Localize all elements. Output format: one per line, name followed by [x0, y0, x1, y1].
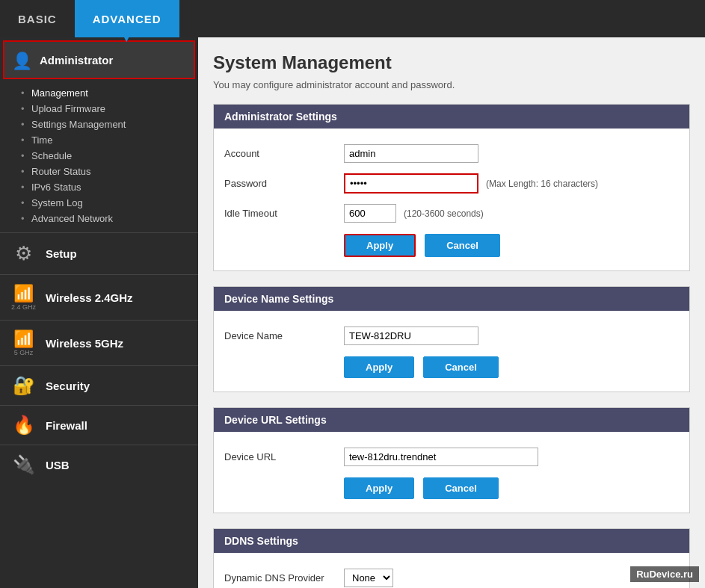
- setup-label: Setup: [46, 247, 77, 260]
- admin-apply-button[interactable]: Apply: [344, 234, 416, 257]
- sidebar-firewall[interactable]: 🔥 Firewall: [0, 405, 198, 445]
- device-name-row: Device Name: [224, 321, 679, 350]
- sidebar-wireless-5[interactable]: 📶 5 GHz Wireless 5GHz: [0, 320, 198, 365]
- sidebar-sub-system-log[interactable]: System Log: [21, 195, 198, 211]
- admin-icon: [12, 48, 32, 72]
- sidebar-wireless-24[interactable]: 📶 2.4 GHz Wireless 2.4GHz: [0, 274, 198, 320]
- advanced-nav-button[interactable]: ADVANCED: [75, 0, 179, 37]
- admin-btn-row: Apply Cancel: [224, 228, 679, 260]
- basic-nav-button[interactable]: BASIC: [0, 0, 75, 37]
- admin-settings-section: Administrator Settings Account Password …: [213, 104, 690, 271]
- sidebar-sub-settings-management[interactable]: Settings Management: [21, 117, 198, 132]
- ddns-provider-label: Dynamic DNS Provider: [224, 572, 344, 584]
- wifi-5-sublabel: 5 GHz: [14, 349, 34, 356]
- admin-settings-body: Account Password (Max Length: 16 charact…: [214, 129, 689, 270]
- idle-timeout-row: Idle Timeout (120-3600 seconds): [224, 199, 679, 228]
- ddns-provider-row: Dynamic DNS Provider None: [224, 563, 679, 588]
- page-description: You may configure administrator account …: [213, 79, 690, 90]
- ddns-provider-select[interactable]: None: [344, 569, 393, 587]
- account-input[interactable]: [344, 144, 478, 163]
- wireless-5-icon-area: 📶 5 GHz: [10, 329, 37, 356]
- account-row: Account: [224, 139, 679, 168]
- device-url-input[interactable]: [344, 448, 538, 466]
- wireless-24-label: Wireless 2.4GHz: [46, 291, 133, 304]
- device-url-header: Device URL Settings: [214, 408, 689, 432]
- wifi-24-icon: 📶: [13, 284, 34, 303]
- sidebar-sub-router-status[interactable]: Router Status: [21, 164, 198, 179]
- main-layout: Administrator Management Upload Firmware…: [0, 37, 705, 588]
- admin-cancel-button[interactable]: Cancel: [425, 234, 500, 257]
- firewall-label: Firewall: [46, 419, 87, 432]
- device-name-label: Device Name: [224, 330, 344, 341]
- device-name-cancel-button[interactable]: Cancel: [423, 356, 499, 378]
- ddns-header: DDNS Settings: [214, 529, 689, 553]
- sidebar-sub-time[interactable]: Time: [21, 132, 198, 148]
- password-hint: (Max Length: 16 characters): [486, 179, 598, 189]
- device-name-btn-row: Apply Cancel: [224, 350, 679, 381]
- sidebar-sub-ipv6-status[interactable]: IPv6 Status: [21, 179, 198, 195]
- usb-icon: 🔌: [10, 454, 37, 475]
- content-area: System Management You may configure admi…: [198, 37, 705, 588]
- device-name-apply-button[interactable]: Apply: [344, 356, 414, 378]
- sidebar-sub-advanced-network[interactable]: Advanced Network: [21, 211, 198, 226]
- device-name-header: Device Name Settings: [214, 287, 689, 311]
- fire-icon: 🔥: [10, 415, 37, 436]
- idle-timeout-hint: (120-3600 seconds): [404, 208, 484, 219]
- password-row: Password (Max Length: 16 characters): [224, 168, 679, 199]
- sidebar-admin-section[interactable]: Administrator: [3, 40, 195, 79]
- gear-icon: [10, 242, 37, 265]
- idle-timeout-label: Idle Timeout: [224, 208, 344, 219]
- wireless-5-label: Wireless 5GHz: [46, 337, 123, 350]
- admin-label: Administrator: [40, 54, 113, 66]
- usb-label: USB: [46, 459, 70, 471]
- sidebar-sub-upload-firmware[interactable]: Upload Firmware: [21, 101, 198, 117]
- security-label: Security: [46, 380, 90, 392]
- password-input[interactable]: [344, 173, 478, 194]
- ddns-section: DDNS Settings Dynamic DNS Provider None: [213, 528, 690, 588]
- sidebar-sub-management[interactable]: Management: [21, 85, 198, 101]
- watermark: RuDevice.ru: [630, 566, 699, 582]
- device-url-label: Device URL: [224, 451, 344, 462]
- device-url-row: Device URL: [224, 442, 679, 471]
- device-url-body: Device URL Apply Cancel: [214, 432, 689, 513]
- ddns-body: Dynamic DNS Provider None: [214, 553, 689, 588]
- sidebar-sub-schedule[interactable]: Schedule: [21, 148, 198, 164]
- password-label: Password: [224, 178, 344, 189]
- device-name-section: Device Name Settings Device Name Apply C…: [213, 286, 690, 392]
- wifi-5-icon: 📶: [13, 329, 34, 349]
- device-url-apply-button[interactable]: Apply: [344, 477, 414, 499]
- wireless-24-icon-area: 📶 2.4 GHz: [10, 284, 37, 311]
- page-title: System Management: [213, 52, 690, 73]
- device-url-section: Device URL Settings Device URL Apply Can…: [213, 407, 690, 513]
- device-name-input[interactable]: [344, 327, 478, 345]
- admin-settings-header: Administrator Settings: [214, 105, 689, 129]
- idle-timeout-input[interactable]: [344, 204, 396, 223]
- sidebar-usb[interactable]: 🔌 USB: [0, 445, 198, 484]
- lock-icon: 🔐: [10, 375, 37, 396]
- top-nav: BASIC ADVANCED: [0, 0, 705, 37]
- sidebar-setup[interactable]: Setup: [0, 232, 198, 274]
- device-url-btn-row: Apply Cancel: [224, 471, 679, 502]
- device-name-body: Device Name Apply Cancel: [214, 311, 689, 392]
- sidebar-security[interactable]: 🔐 Security: [0, 365, 198, 405]
- account-label: Account: [224, 148, 344, 159]
- admin-sub-menu: Management Upload Firmware Settings Mana…: [0, 82, 198, 232]
- sidebar: Administrator Management Upload Firmware…: [0, 37, 198, 588]
- device-url-cancel-button[interactable]: Cancel: [423, 477, 499, 499]
- wifi-24-sublabel: 2.4 GHz: [11, 303, 36, 311]
